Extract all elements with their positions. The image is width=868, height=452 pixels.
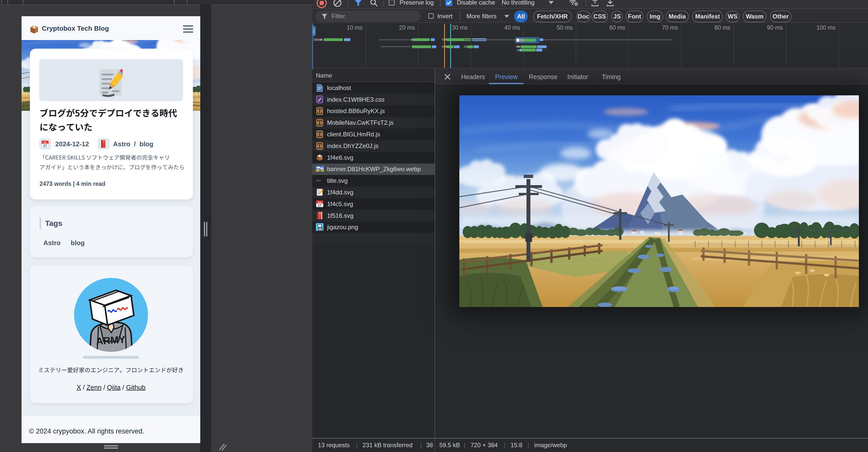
svg-text:JUL: JUL xyxy=(43,142,47,144)
svg-text:17: 17 xyxy=(318,204,321,207)
svg-text:17: 17 xyxy=(43,144,47,148)
svg-text:ARMY: ARMY xyxy=(96,334,126,347)
svg-text:JUL: JUL xyxy=(318,201,321,204)
